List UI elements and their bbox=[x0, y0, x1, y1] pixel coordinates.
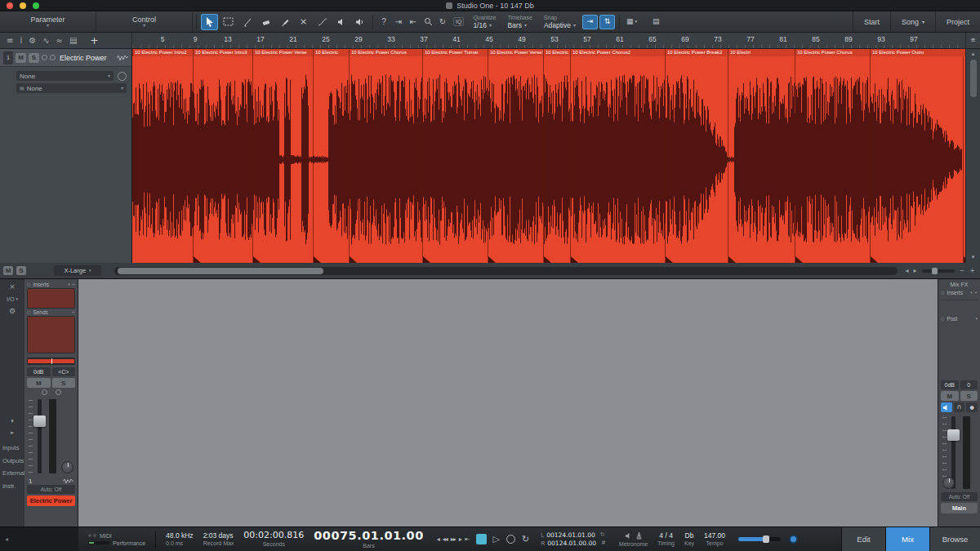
record-arm-button[interactable] bbox=[42, 55, 47, 60]
wrench-icon[interactable]: ⚙ bbox=[9, 308, 16, 315]
paint-tool-button[interactable] bbox=[276, 14, 293, 30]
return-to-start-button[interactable]: ⇤ bbox=[465, 536, 470, 543]
scrollbar-thumb[interactable] bbox=[118, 268, 323, 274]
eraser-tool-button[interactable] bbox=[257, 14, 274, 30]
snap-toggle-button[interactable]: ⇥ bbox=[582, 15, 598, 29]
main-solo-button[interactable]: S bbox=[960, 391, 978, 401]
post-header[interactable]: ○ Post ▾ bbox=[941, 315, 978, 322]
rewind-button[interactable]: ◂◂ bbox=[443, 536, 448, 543]
record-button[interactable] bbox=[506, 535, 515, 544]
main-channel-name[interactable]: Main bbox=[941, 503, 978, 513]
song-page-button[interactable]: Song ▾ bbox=[890, 11, 935, 32]
audio-region-label[interactable]: 10 Electric Power Chorus bbox=[349, 49, 422, 56]
track-input-select[interactable]: None ▾ bbox=[16, 71, 114, 81]
sends-slot[interactable] bbox=[27, 316, 75, 353]
global-solo-button[interactable]: S bbox=[16, 266, 26, 275]
audio-region-label[interactable]: 10 Electric Power Intro3 bbox=[193, 49, 252, 56]
collapse-left-icon[interactable]: ◂ bbox=[5, 536, 8, 543]
automation-icon[interactable]: ≈ bbox=[56, 37, 63, 45]
track-header[interactable]: 1 M S Electric Power bbox=[0, 49, 131, 67]
chevron-down-icon[interactable]: ▾ bbox=[972, 255, 975, 260]
main-pan-value[interactable]: 0 bbox=[960, 380, 978, 389]
add-insert-icon[interactable]: + bbox=[974, 291, 978, 295]
tempo-display[interactable]: 147.00 Tempo bbox=[704, 531, 725, 547]
menu-icon[interactable]: ≡ bbox=[7, 37, 13, 45]
audio-region-label[interactable]: 10 Electric bbox=[543, 49, 570, 56]
main-automation-mode[interactable]: Auto: Off bbox=[941, 492, 978, 501]
chevron-up-icon[interactable]: ▴ bbox=[972, 51, 975, 57]
inserts-header[interactable]: ○ Inserts ▾ + bbox=[27, 281, 75, 288]
output-knob[interactable] bbox=[61, 461, 74, 473]
grid-settings-button[interactable]: ▦ ▾ bbox=[624, 15, 639, 29]
audition-tool-button[interactable] bbox=[351, 14, 368, 30]
autoscroll-button[interactable]: ⇥ bbox=[391, 15, 406, 29]
input-monitor-button[interactable] bbox=[118, 72, 127, 81]
console-bank-instr[interactable]: Instr. bbox=[2, 480, 24, 493]
quantize-control[interactable]: Quantize 1/16▾ bbox=[473, 15, 496, 29]
snap-control[interactable]: Snap Adaptive▾ bbox=[544, 15, 576, 29]
output-volume-slider[interactable] bbox=[738, 537, 781, 541]
global-mute-button[interactable]: M bbox=[3, 266, 13, 275]
arrange-lane[interactable]: 10 Electric Power Intro210 Electric Powe… bbox=[132, 49, 965, 263]
audio-region-label[interactable]: 10 Electric Power Break2 bbox=[665, 49, 728, 56]
audio-region-label[interactable]: 10 Electric Power Verse3 bbox=[488, 49, 543, 56]
inserts-slot[interactable] bbox=[27, 288, 75, 309]
zoom-slider-handle[interactable] bbox=[932, 268, 938, 274]
add-send-icon[interactable]: + bbox=[72, 310, 75, 314]
io-selector[interactable]: I/O ▾ bbox=[7, 296, 18, 302]
zoom-in-icon[interactable]: + bbox=[969, 268, 975, 274]
help-button[interactable]: ? bbox=[376, 15, 391, 29]
scrollbar-thumb[interactable] bbox=[970, 60, 977, 97]
audio-region-label[interactable]: 10 Electric Power Intro2 bbox=[132, 49, 193, 56]
add-track-icon[interactable]: + bbox=[90, 36, 98, 46]
loop-range-display[interactable]: L 00124.01.01.00 ↻ R 00124.01.00.00 # bbox=[541, 531, 606, 547]
start-page-button[interactable]: Start bbox=[853, 11, 890, 32]
chevron-right-icon[interactable]: ▸ bbox=[914, 268, 917, 274]
project-page-button[interactable]: Project bbox=[935, 11, 980, 32]
macro-panel-button[interactable]: ▤ bbox=[650, 15, 662, 29]
listen-tool-button[interactable] bbox=[332, 14, 350, 30]
timebase-control[interactable]: Timebase Bars▾ bbox=[507, 15, 532, 29]
dim-button[interactable]: ● bbox=[966, 402, 978, 412]
track-mute-button[interactable]: M bbox=[16, 53, 26, 63]
restore-zoom-button[interactable]: ↻ bbox=[435, 15, 450, 29]
zoom-out-icon[interactable]: − bbox=[960, 268, 965, 274]
track-height-select[interactable]: X-Large ▾ bbox=[54, 265, 101, 276]
key-display[interactable]: Db Key bbox=[684, 531, 694, 547]
bend-tool-button[interactable] bbox=[314, 14, 331, 30]
next-bar-button[interactable]: ▸ bbox=[459, 536, 461, 543]
channel-name[interactable]: Electric Power bbox=[27, 495, 75, 506]
audio-region-label[interactable]: 10 Electric bbox=[313, 49, 349, 56]
track-output-select[interactable]: ▤ None ▾ bbox=[16, 83, 127, 93]
loop-icon[interactable]: ↻ bbox=[600, 532, 605, 538]
zoom-slider[interactable] bbox=[922, 269, 955, 273]
edit-view-button[interactable]: Edit bbox=[841, 527, 885, 551]
pan-slider[interactable] bbox=[27, 358, 75, 365]
ruler-corner[interactable]: ≡ bbox=[965, 33, 980, 48]
channel-mute-button[interactable]: M bbox=[27, 378, 51, 388]
automation-mode[interactable]: Auto: Off bbox=[27, 485, 75, 494]
follow-button[interactable]: ⇤ bbox=[406, 15, 421, 29]
chevron-down-icon[interactable]: ▾ bbox=[11, 419, 14, 424]
console-bank-external[interactable]: External bbox=[2, 467, 24, 480]
mute-tool-button[interactable]: × bbox=[295, 14, 312, 30]
channel-monitor-button[interactable] bbox=[56, 389, 61, 395]
wave-icon[interactable]: ∿ bbox=[42, 37, 49, 45]
monitor-speaker-button[interactable] bbox=[941, 402, 952, 412]
audio-region-label[interactable]: 10 Electric Power Chorus2 bbox=[570, 49, 665, 56]
parameter-dropdown[interactable]: Parameter ▾ bbox=[0, 12, 96, 32]
close-window-button[interactable] bbox=[7, 2, 13, 9]
split-tool-button[interactable] bbox=[238, 14, 256, 30]
snap-relative-button[interactable]: ⇅ bbox=[599, 15, 615, 29]
channel-fader[interactable] bbox=[27, 398, 75, 475]
pan-value[interactable]: <C> bbox=[52, 367, 76, 376]
primary-time-display[interactable]: 00075.01.01.00 Bars bbox=[314, 530, 424, 549]
track-solo-button[interactable]: S bbox=[29, 53, 39, 63]
audio-region-label[interactable]: 10 Electric Power Turnar bbox=[422, 49, 488, 56]
secondary-time-display[interactable]: 00:02:00.816 Seconds bbox=[243, 531, 304, 548]
loop-button[interactable]: ↻ bbox=[522, 535, 529, 544]
timeline-ruler[interactable]: 5913172125293337414549535761656973778185… bbox=[132, 33, 965, 48]
stop-button[interactable] bbox=[476, 534, 487, 544]
main-fader-handle[interactable] bbox=[947, 429, 960, 441]
layers-icon[interactable]: ▤ bbox=[69, 37, 77, 45]
